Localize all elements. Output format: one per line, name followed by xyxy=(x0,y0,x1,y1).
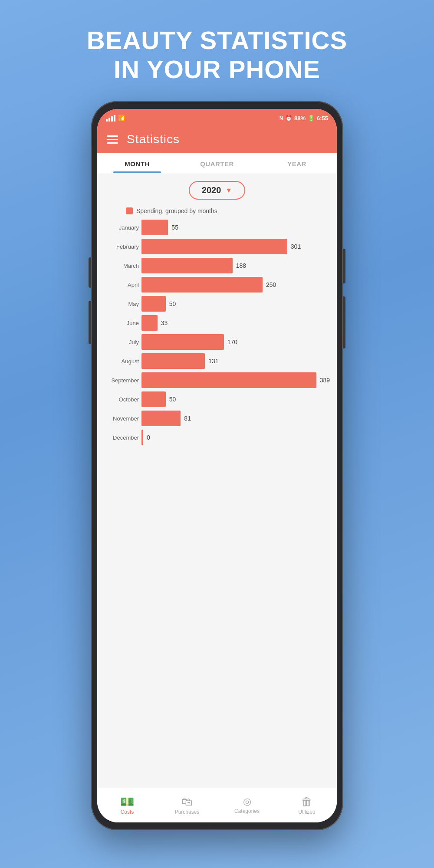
bar-month-label: September xyxy=(104,377,139,384)
year-value: 2020 xyxy=(202,185,221,195)
purchases-label: Purchases xyxy=(175,809,200,815)
bar-fill xyxy=(141,391,166,407)
hero-heading: BEAUTY STATISTICS IN YOUR PHONE xyxy=(69,0,365,97)
legend-color-dot xyxy=(126,207,133,214)
bar-row: September389 xyxy=(104,372,330,388)
hero-line1: BEAUTY STATISTICS xyxy=(87,26,347,54)
bar-month-label: November xyxy=(104,415,139,422)
bar-track: 389 xyxy=(141,372,330,388)
bar-value-label: 55 xyxy=(171,224,178,231)
bar-chart: Spending, grouped by months January55Feb… xyxy=(97,205,337,453)
bar-fill xyxy=(141,220,168,235)
utilized-icon: 🗑 xyxy=(301,796,312,807)
bar-row: December0 xyxy=(104,430,330,445)
utilized-label: Utilized xyxy=(298,809,315,815)
bar-track: 131 xyxy=(141,353,330,369)
battery-icon: 🔋 xyxy=(308,115,315,122)
bar-row: March188 xyxy=(104,258,330,273)
nav-item-utilized[interactable]: 🗑 Utilized xyxy=(277,788,337,822)
bar-value-label: 301 xyxy=(291,243,301,250)
bar-fill xyxy=(141,258,233,273)
tabs-bar: MONTH QUARTER YEAR xyxy=(97,153,337,173)
bar-row: November81 xyxy=(104,411,330,426)
volume-button-1 xyxy=(89,257,91,288)
bar-track: 33 xyxy=(141,315,330,331)
volume-button-2 xyxy=(89,301,91,344)
bar-track: 50 xyxy=(141,296,330,312)
chart-content: 2020 ▼ Spending, grouped by months Janua… xyxy=(97,173,337,788)
bar-track: 170 xyxy=(141,334,330,350)
bar-row: January55 xyxy=(104,220,330,235)
bar-row: July170 xyxy=(104,334,330,350)
bar-value-label: 170 xyxy=(227,339,237,345)
bar-row: October50 xyxy=(104,391,330,407)
phone-mockup: 📶 N ⏰ 88% 🔋 6:55 Statistics xyxy=(91,101,343,830)
year-selector-row: 2020 ▼ xyxy=(97,173,337,205)
purchases-icon: 🛍 xyxy=(181,796,193,807)
bar-row: June33 xyxy=(104,315,330,331)
bar-value-label: 33 xyxy=(161,319,168,326)
clock: 6:55 xyxy=(317,115,328,122)
bar-fill xyxy=(141,372,316,388)
bar-track: 188 xyxy=(141,258,330,273)
bar-value-label: 250 xyxy=(266,281,276,288)
bar-month-label: March xyxy=(104,263,139,269)
bar-month-label: July xyxy=(104,339,139,345)
wifi-icon: 📶 xyxy=(118,115,125,122)
bar-fill xyxy=(141,315,158,331)
bar-month-label: February xyxy=(104,243,139,250)
bar-fill xyxy=(141,296,166,312)
bar-value-label: 50 xyxy=(169,396,176,403)
bar-value-label: 131 xyxy=(208,358,218,365)
bottom-nav: 💵 Costs 🛍 Purchases ◎ Categories 🗑 Utili… xyxy=(97,788,337,822)
bar-track: 250 xyxy=(141,277,330,293)
bar-track: 55 xyxy=(141,220,330,235)
bar-value-label: 188 xyxy=(236,262,246,269)
side-button-2 xyxy=(343,296,345,349)
tab-quarter[interactable]: QUARTER xyxy=(177,153,257,173)
bar-value-label: 81 xyxy=(184,415,191,422)
bar-fill xyxy=(141,334,224,350)
hero-line2: IN YOUR PHONE xyxy=(114,55,320,83)
bar-track: 50 xyxy=(141,391,330,407)
bar-value-label: 0 xyxy=(147,434,150,441)
bar-month-label: April xyxy=(104,282,139,288)
power-button xyxy=(343,249,345,283)
costs-label: Costs xyxy=(121,809,134,815)
phone-body: 📶 N ⏰ 88% 🔋 6:55 Statistics xyxy=(91,101,343,830)
app-header: Statistics xyxy=(97,127,337,153)
chevron-down-icon: ▼ xyxy=(225,187,232,194)
bar-value-label: 50 xyxy=(169,300,176,307)
nfc-icon: N xyxy=(279,115,283,121)
hamburger-menu[interactable] xyxy=(107,135,118,144)
year-dropdown[interactable]: 2020 ▼ xyxy=(189,181,245,200)
tab-month[interactable]: MONTH xyxy=(97,153,177,173)
bar-month-label: December xyxy=(104,434,139,441)
legend-label: Spending, grouped by months xyxy=(136,207,217,214)
alarm-icon: ⏰ xyxy=(285,115,292,122)
bar-month-label: June xyxy=(104,320,139,326)
bar-value-label: 389 xyxy=(320,377,330,384)
bar-track: 301 xyxy=(141,239,330,254)
bar-fill xyxy=(141,239,287,254)
costs-icon: 💵 xyxy=(120,796,134,807)
bar-row: February301 xyxy=(104,239,330,254)
bar-track: 81 xyxy=(141,411,330,426)
status-bar: 📶 N ⏰ 88% 🔋 6:55 xyxy=(97,109,337,127)
bar-month-label: January xyxy=(104,224,139,231)
tab-year[interactable]: YEAR xyxy=(257,153,337,173)
chart-legend: Spending, grouped by months xyxy=(104,205,330,220)
bar-fill xyxy=(141,411,181,426)
app-title: Statistics xyxy=(127,132,180,146)
nav-item-costs[interactable]: 💵 Costs xyxy=(97,788,157,822)
signal-icon xyxy=(106,115,115,122)
bar-track: 0 xyxy=(141,430,330,445)
categories-icon: ◎ xyxy=(243,797,251,806)
bar-fill xyxy=(141,353,205,369)
bar-fill xyxy=(141,430,143,445)
nav-item-categories[interactable]: ◎ Categories xyxy=(217,788,277,822)
bar-row: August131 xyxy=(104,353,330,369)
battery-percent: 88% xyxy=(294,115,306,122)
nav-item-purchases[interactable]: 🛍 Purchases xyxy=(157,788,217,822)
phone-screen: 📶 N ⏰ 88% 🔋 6:55 Statistics xyxy=(97,109,337,822)
